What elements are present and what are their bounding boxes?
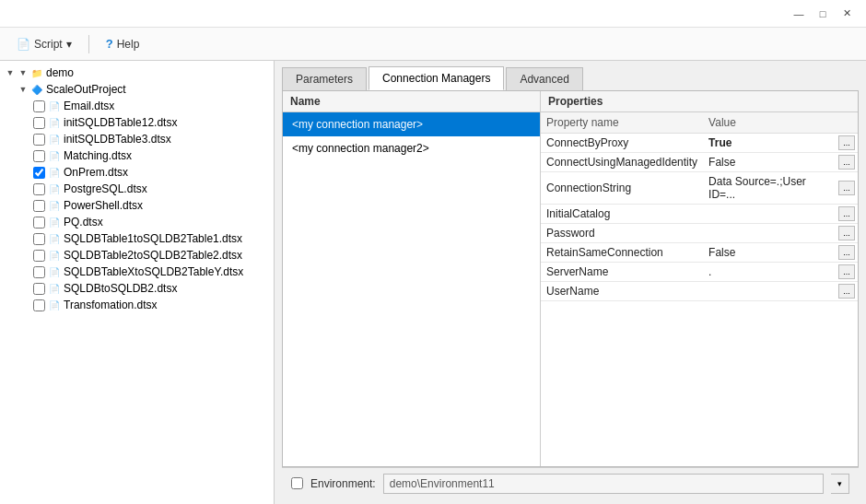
tree-check-transform[interactable] [33, 299, 45, 311]
tree-check-init1[interactable] [33, 117, 45, 129]
prop-value: False [703, 153, 836, 172]
tree-check-postgresql[interactable] [33, 183, 45, 195]
tree-item-email[interactable]: 📄 Email.dtsx [0, 98, 274, 114]
prop-value [703, 224, 836, 243]
tree-label-sqldbtosql: SQLDBtoSQLDB2.dtsx [64, 282, 177, 295]
tab-connection-managers[interactable]: Connection Managers [369, 66, 504, 90]
toolbar: 📄 Script ▾ ? Help [0, 28, 866, 61]
prop-browse-btn[interactable]: ... [838, 206, 855, 221]
props-row: ConnectUsingManagedIdentity False ... [541, 153, 858, 172]
props-header: Properties [541, 91, 858, 112]
tree-check-matching[interactable] [33, 150, 45, 162]
tree-toggle-root[interactable]: ▼ [4, 66, 17, 79]
tree-panel: ▼ ▼ 📁 demo ▼ 🔷 ScaleOutProject 📄 Email.d… [0, 61, 275, 504]
env-checkbox[interactable] [291, 477, 303, 489]
tree-label-transform: Transfomation.dtsx [64, 299, 158, 311]
prop-name: ConnectByProxy [541, 134, 703, 153]
file-icon-transform: 📄 [47, 298, 62, 312]
tree-check-sqldbtablexto[interactable] [33, 266, 45, 278]
help-button[interactable]: ? Help [99, 34, 147, 53]
props-col-value: Value [703, 112, 836, 134]
prop-name: InitialCatalog [541, 205, 703, 224]
prop-browse-btn[interactable]: ... [838, 226, 855, 240]
props-row: UserName ... [541, 282, 858, 301]
tree-check-init2[interactable] [33, 134, 45, 146]
tree-label-onprem: OnPrem.dtsx [64, 166, 128, 179]
prop-browse-btn[interactable]: ... [838, 181, 855, 195]
close-button[interactable]: ✕ [835, 5, 859, 23]
prop-value [703, 282, 836, 301]
props-row: InitialCatalog ... [541, 205, 858, 224]
tree-label-init2: initSQLDBTable3.dtsx [64, 133, 171, 146]
tree-toggle-root2[interactable]: ▼ [17, 66, 29, 79]
cm-list-item-1[interactable]: <my connection manager> [283, 112, 540, 136]
tree-item-sqldbtable1to2[interactable]: 📄 SQLDBTable1toSQLDB2Table1.dtsx [0, 230, 274, 247]
env-label: Environment: [310, 477, 376, 490]
file-icon-sqldbtable2to2: 📄 [47, 248, 62, 263]
tree-check-email[interactable] [33, 100, 45, 112]
tree-check-sqldbtable1to2[interactable] [33, 233, 45, 245]
prop-browse-btn[interactable]: ... [838, 245, 855, 260]
tree-item-powershell[interactable]: 📄 PowerShell.dtsx [0, 197, 274, 214]
folder-icon: 📁 [29, 65, 44, 80]
tree-check-sqldbtable2to2[interactable] [33, 250, 45, 262]
props-row: RetainSameConnection False ... [541, 243, 858, 263]
tab-advanced[interactable]: Advanced [506, 67, 582, 90]
tree-item-root[interactable]: ▼ ▼ 📁 demo [0, 64, 274, 81]
prop-name: Password [541, 224, 703, 243]
tree-item-postgresql[interactable]: 📄 PostgreSQL.dtsx [0, 181, 274, 197]
minimize-button[interactable]: — [787, 5, 811, 23]
tree-item-scaleout[interactable]: ▼ 🔷 ScaleOutProject [0, 81, 274, 98]
file-icon-sqldbtablexto: 📄 [47, 264, 62, 279]
script-icon: 📄 [17, 38, 30, 51]
prop-browse-btn[interactable]: ... [838, 155, 855, 170]
prop-cell-btn: ... [836, 243, 858, 263]
tree-item-matching[interactable]: 📄 Matching.dtsx [0, 147, 274, 164]
right-panel: Parameters Connection Managers Advanced … [275, 61, 866, 504]
props-panel: Properties Property name Value ConnectBy… [541, 91, 858, 466]
tree-check-onprem[interactable] [33, 167, 45, 179]
tab-parameters[interactable]: Parameters [282, 67, 367, 90]
tree-item-init2[interactable]: 📄 initSQLDBTable3.dtsx [0, 131, 274, 147]
tree-label-init1: initSQLDBTable12.dtsx [64, 116, 177, 129]
prop-browse-btn[interactable]: ... [838, 264, 855, 279]
script-dropdown-icon: ▾ [66, 38, 72, 51]
tree-item-init1[interactable]: 📄 initSQLDBTable12.dtsx [0, 114, 274, 131]
tree-item-onprem[interactable]: 📄 OnPrem.dtsx [0, 164, 274, 181]
tree-label-matching: Matching.dtsx [64, 149, 132, 162]
file-icon-init2: 📄 [47, 132, 62, 147]
file-icon-matching: 📄 [47, 148, 62, 163]
prop-value [703, 205, 836, 224]
tree-check-pq[interactable] [33, 217, 45, 229]
file-icon-sqldbtosql: 📄 [47, 281, 62, 296]
tree-item-sqldbtable2to2[interactable]: 📄 SQLDBTable2toSQLDB2Table2.dtsx [0, 247, 274, 264]
tree-item-transform[interactable]: 📄 Transfomation.dtsx [0, 297, 274, 313]
file-icon-sqldbtable1to2: 📄 [47, 231, 62, 246]
solution-icon: 🔷 [29, 82, 44, 97]
props-table: Property name Value ConnectByProxy True … [541, 112, 858, 301]
tab-content: Name <my connection manager> <my connect… [282, 90, 859, 467]
env-dropdown-button[interactable]: ▾ [831, 474, 849, 494]
tree-item-sqldbtablexto[interactable]: 📄 SQLDBTableXtoSQLDB2TableY.dtsx [0, 264, 274, 280]
tree-check-sqldbtosql[interactable] [33, 283, 45, 295]
prop-name: ConnectionString [541, 172, 703, 205]
tree-toggle-scaleout[interactable]: ▼ [17, 83, 29, 96]
tree-label-email: Email.dtsx [64, 100, 114, 112]
props-col-name: Property name [541, 112, 703, 134]
cm-list-item-2[interactable]: <my connection manager2> [283, 136, 540, 160]
tree-label-sqldbtable2to2: SQLDBTable2toSQLDB2Table2.dtsx [64, 249, 242, 262]
prop-cell-btn: ... [836, 153, 858, 172]
file-icon-pq: 📄 [47, 215, 62, 229]
props-row: Password ... [541, 224, 858, 243]
env-input[interactable] [383, 474, 824, 494]
maximize-button[interactable]: □ [811, 5, 835, 23]
tree-check-powershell[interactable] [33, 200, 45, 212]
script-button[interactable]: 📄 Script ▾ [9, 35, 79, 53]
file-icon-init1: 📄 [47, 115, 62, 130]
prop-browse-btn[interactable]: ... [838, 284, 855, 299]
tree-item-sqldbtosql[interactable]: 📄 SQLDBtoSQLDB2.dtsx [0, 280, 274, 297]
tree-item-pq[interactable]: 📄 PQ.dtsx [0, 214, 274, 230]
props-row: ConnectionString Data Source=.;User ID=.… [541, 172, 858, 205]
prop-browse-btn[interactable]: ... [838, 135, 855, 150]
file-icon-postgresql: 📄 [47, 182, 62, 196]
